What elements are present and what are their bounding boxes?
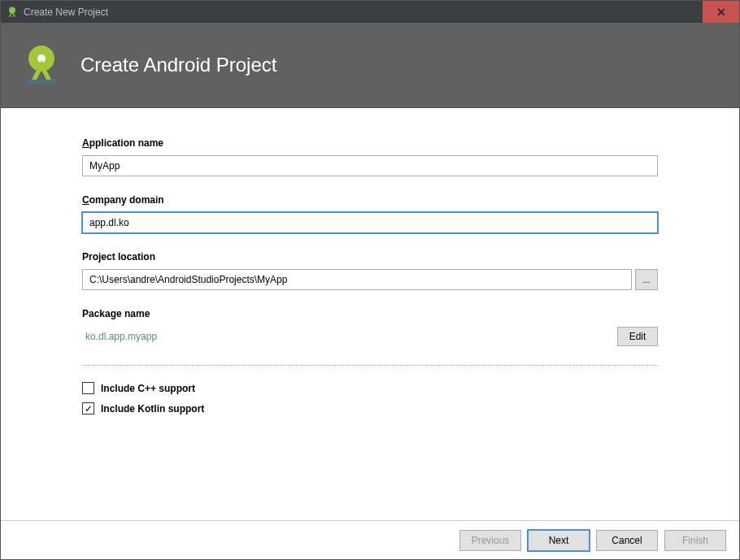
window-title: Create New Project (24, 7, 108, 18)
finish-button[interactable]: Finish (664, 530, 726, 551)
application-name-group: Application name (82, 137, 658, 176)
cancel-button[interactable]: Cancel (596, 530, 658, 551)
company-domain-input[interactable] (82, 212, 658, 233)
kotlin-support-label: Include Kotlin support (101, 403, 204, 415)
content-area: Application name Company domain Project … (1, 108, 739, 520)
dialog-window: Create New Project ✕ Create Android Proj… (0, 0, 740, 560)
next-button[interactable]: Next (528, 530, 590, 551)
package-name-label: Package name (82, 308, 658, 319)
header: Create Android Project (1, 23, 739, 108)
close-button[interactable]: ✕ (703, 1, 739, 23)
cpp-support-checkbox[interactable] (82, 382, 94, 394)
android-studio-logo-icon (19, 42, 64, 88)
package-name-value: ko.dl.app.myapp (82, 326, 611, 347)
browse-button[interactable]: ... (635, 269, 658, 290)
company-domain-group: Company domain (82, 194, 658, 233)
kotlin-support-row: Include Kotlin support (82, 402, 658, 415)
kotlin-support-checkbox[interactable] (82, 402, 94, 415)
titlebar: Create New Project ✕ (1, 1, 739, 23)
close-icon: ✕ (716, 6, 726, 19)
titlebar-left: Create New Project (1, 6, 108, 19)
cpp-support-row: Include C++ support (82, 382, 658, 394)
project-location-input[interactable] (82, 269, 632, 290)
divider (82, 365, 658, 366)
package-name-group: Package name ko.dl.app.myapp Edit (82, 308, 658, 347)
application-name-input[interactable] (82, 155, 658, 176)
page-title: Create Android Project (81, 54, 276, 76)
footer: Previous Next Cancel Finish (1, 520, 739, 559)
project-location-group: Project location ... (82, 251, 658, 290)
edit-package-button[interactable]: Edit (617, 327, 658, 346)
previous-button[interactable]: Previous (459, 530, 521, 551)
android-studio-icon (6, 6, 19, 19)
company-domain-label: Company domain (82, 194, 658, 206)
project-location-label: Project location (82, 251, 658, 263)
svg-rect-4 (27, 80, 56, 84)
cpp-support-label: Include C++ support (101, 383, 195, 394)
svg-rect-1 (8, 15, 16, 16)
application-name-label: Application name (82, 137, 658, 149)
